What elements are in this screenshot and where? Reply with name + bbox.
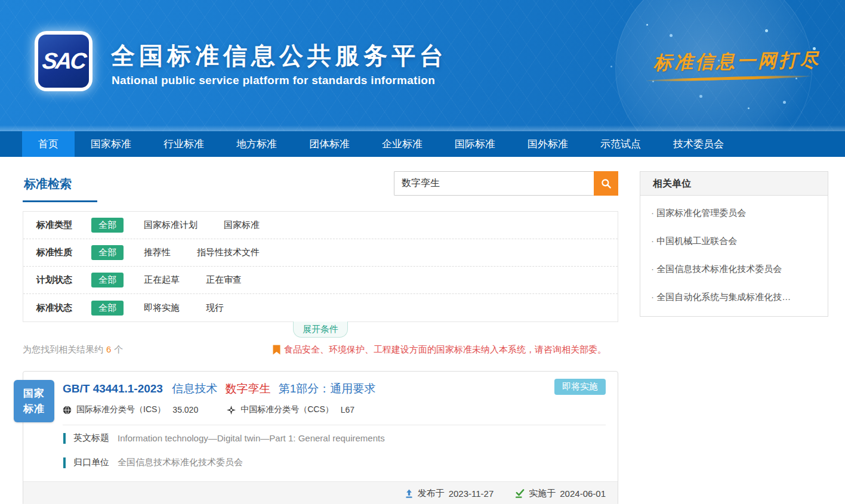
committee-label: 归口单位 <box>73 457 109 468</box>
publish-label: 发布于 <box>418 488 445 499</box>
ics-meta: 国际标准分类号（ICS） 35.020 <box>63 404 198 415</box>
nav-item-technical-committee[interactable]: 技术委员会 <box>657 131 740 157</box>
nav-item-national-standards[interactable]: 国家标准 <box>75 131 147 157</box>
card-head: GB/T 43441.1-2023 信息技术 数字孪生 第1部分：通用要求 即将… <box>23 372 618 425</box>
publish-date-item: 发布于 2023-11-27 <box>405 488 494 499</box>
title-underline <box>23 200 97 202</box>
filter-option[interactable]: 即将实施 <box>144 302 180 314</box>
filter-option[interactable]: 正在审查 <box>206 274 242 286</box>
search-input[interactable] <box>394 171 594 196</box>
sac-logo-text: SAC <box>41 48 87 74</box>
ics-label: 国际标准分类号（ICS） <box>76 404 165 415</box>
nav-item-group-standards[interactable]: 团体标准 <box>293 131 366 157</box>
related-unit-link[interactable]: 中国机械工业联合会 <box>640 227 828 255</box>
filter-label: 标准性质 <box>36 247 90 258</box>
related-units-title: 相关单位 <box>640 172 828 196</box>
filter-option[interactable]: 正在起草 <box>144 274 180 286</box>
filter-label: 标准类型 <box>36 219 90 231</box>
implement-label: 实施于 <box>529 488 556 499</box>
row-marker-bar <box>63 457 66 468</box>
search-section: 标准检索 <box>23 171 618 202</box>
filter-option[interactable]: 现行 <box>206 302 224 314</box>
filter-row-standard-status: 标准状态 全部 即将实施 现行 <box>23 294 618 321</box>
filter-row-standard-nature: 标准性质 全部 推荐性 指导性技术文件 <box>23 239 618 267</box>
sac-logo[interactable]: SAC <box>35 31 92 91</box>
site-title: 全国标准信息公共服务平台 <box>111 39 448 72</box>
card-meta-row: 国际标准分类号（ICS） 35.020 中国标准分类号（CCS） L67 <box>63 404 606 425</box>
right-column: 相关单位 国家标准化管理委员会 中国机械工业联合会 全国信息技术标准化技术委员会… <box>640 171 828 504</box>
filter-option[interactable]: 推荐性 <box>144 247 171 258</box>
results-summary-row: 为您找到相关结果约6个 食品安全、环境保护、工程建设方面的国家标准未纳入本系统，… <box>23 341 618 358</box>
committee-value: 全国信息技术标准化技术委员会 <box>118 457 243 468</box>
sac-logo-tile: SAC <box>38 35 89 88</box>
nav-item-industry-standards[interactable]: 行业标准 <box>147 131 220 157</box>
search-box <box>394 171 618 196</box>
filter-all-badge[interactable]: 全部 <box>91 245 124 260</box>
compass-icon <box>227 406 236 415</box>
implement-date: 2024-06-01 <box>560 488 606 499</box>
nav-item-enterprise-standards[interactable]: 企业标准 <box>366 131 439 157</box>
summary-suffix: 个 <box>114 344 123 354</box>
results-summary: 为您找到相关结果约6个 <box>23 344 123 355</box>
related-unit-link[interactable]: 国家标准化管理委员会 <box>640 199 828 227</box>
filter-label: 标准状态 <box>36 302 90 314</box>
search-button[interactable] <box>594 171 618 196</box>
notice-text: 食品安全、环境保护、工程建设方面的国家标准未纳入本系统，请咨询相关部委。 <box>284 344 606 355</box>
ccs-meta: 中国标准分类号（CCS） L67 <box>227 404 354 415</box>
nav-item-pilot[interactable]: 示范试点 <box>584 131 657 157</box>
nav-item-home[interactable]: 首页 <box>22 131 75 157</box>
decor-dots <box>646 24 648 26</box>
left-column: 标准检索 标准类型 全部 国家标准计划 国家标准 标准性质 <box>23 171 618 504</box>
page-title: 标准检索 <box>23 171 97 200</box>
publish-icon <box>405 489 414 499</box>
standard-title-highlight: 数字孪生 <box>226 382 271 395</box>
filter-panel: 标准类型 全部 国家标准计划 国家标准 标准性质 全部 推荐性 指导性技术文件 … <box>23 211 618 322</box>
row-marker-bar <box>63 433 66 444</box>
filter-all-badge[interactable]: 全部 <box>91 218 124 233</box>
bookmark-icon <box>273 345 280 355</box>
standard-title-part2: 第1部分：通用要求 <box>279 382 376 395</box>
main-nav: 首页 国家标准 行业标准 地方标准 团体标准 企业标准 国际标准 国外标准 示范… <box>0 131 845 157</box>
related-units-list: 国家标准化管理委员会 中国机械工业联合会 全国信息技术标准化技术委员会 全国自动… <box>640 196 828 316</box>
card-footer: 发布于 2023-11-27 实施于 2024-06-01 <box>23 481 618 504</box>
system-notice: 食品安全、环境保护、工程建设方面的国家标准未纳入本系统，请咨询相关部委。 <box>273 344 618 355</box>
nav-item-local-standards[interactable]: 地方标准 <box>220 131 293 157</box>
standard-code: GB/T 43441.1-2023 <box>63 382 163 395</box>
committee-row: 归口单位 全国信息技术标准化技术委员会 <box>23 451 618 474</box>
results-count: 6 <box>106 344 111 354</box>
filter-all-badge[interactable]: 全部 <box>91 301 124 316</box>
summary-prefix: 为您找到相关结果约 <box>23 344 103 354</box>
ccs-value: L67 <box>341 405 354 415</box>
filter-row-standard-type: 标准类型 全部 国家标准计划 国家标准 <box>23 212 618 239</box>
related-unit-link[interactable]: 全国信息技术标准化技术委员会 <box>640 255 828 283</box>
section-title-block: 标准检索 <box>23 171 97 202</box>
standard-title-link[interactable]: GB/T 43441.1-2023 信息技术 数字孪生 第1部分：通用要求 <box>63 381 606 397</box>
status-badge: 即将实施 <box>554 379 606 395</box>
ics-value: 35.020 <box>172 405 198 415</box>
filter-option[interactable]: 指导性技术文件 <box>197 247 260 258</box>
expand-conditions-button[interactable]: 展开条件 <box>293 321 348 338</box>
filter-option[interactable]: 国家标准计划 <box>144 219 198 231</box>
related-units-panel: 相关单位 国家标准化管理委员会 中国机械工业联合会 全国信息技术标准化技术委员会… <box>640 171 828 317</box>
main-content: 标准检索 标准类型 全部 国家标准计划 国家标准 标准性质 <box>0 157 845 504</box>
expand-conditions-wrap: 展开条件 <box>23 321 618 338</box>
filter-row-plan-status: 计划状态 全部 正在起草 正在审查 <box>23 267 618 294</box>
publish-date: 2023-11-27 <box>449 488 494 499</box>
check-icon <box>515 489 525 499</box>
related-unit-link[interactable]: 全国自动化系统与集成标准化技… <box>640 283 828 311</box>
english-title-value: Information technology—Digital twin—Part… <box>118 433 385 443</box>
filter-label: 计划状态 <box>36 274 90 286</box>
globe-icon <box>63 406 72 415</box>
english-title-row: 英文标题 Information technology—Digital twin… <box>23 426 618 450</box>
filter-option[interactable]: 国家标准 <box>224 219 260 231</box>
search-icon <box>600 178 612 190</box>
filter-all-badge[interactable]: 全部 <box>91 273 124 287</box>
implement-date-item: 实施于 2024-06-01 <box>515 488 606 499</box>
standard-title-part1: 信息技术 <box>172 382 217 395</box>
nav-item-foreign-standards[interactable]: 国外标准 <box>511 131 584 157</box>
site-subtitle: National public service platform for sta… <box>112 74 435 87</box>
site-header: SAC 全国标准信息公共服务平台 National public service… <box>0 0 845 131</box>
nav-item-international-standards[interactable]: 国际标准 <box>439 131 511 157</box>
english-title-label: 英文标题 <box>73 432 109 444</box>
standard-result-card: 国家 标准 GB/T 43441.1-2023 信息技术 数字孪生 第1部分：通… <box>23 371 618 504</box>
